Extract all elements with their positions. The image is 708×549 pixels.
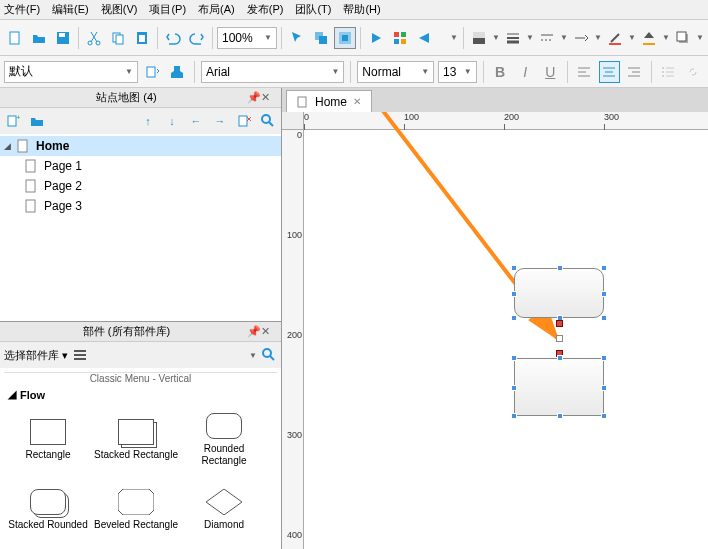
menu-edit[interactable]: 编辑(E) [52, 2, 89, 17]
tree-page-1[interactable]: Page 1 [0, 156, 281, 176]
widget-diamond[interactable]: Diamond [180, 475, 268, 545]
bullet-list-button[interactable] [658, 61, 679, 83]
svg-rect-18 [473, 32, 485, 38]
indent-button[interactable]: → [211, 112, 229, 130]
save-button[interactable] [52, 27, 74, 49]
widget-stacked-rectangle[interactable]: Stacked Rectangle [92, 405, 180, 475]
copy-button[interactable] [107, 27, 129, 49]
library-selector[interactable]: 选择部件库 ▾ [4, 348, 68, 363]
tree-page-2[interactable]: Page 2 [0, 176, 281, 196]
menu-file[interactable]: 文件(F) [4, 2, 40, 17]
preview-button[interactable] [365, 27, 387, 49]
menu-project[interactable]: 项目(P) [149, 2, 186, 17]
line-color-dropdown[interactable]: ▼ [628, 33, 636, 42]
paragraph-combo[interactable]: Normal▼ [357, 61, 434, 83]
select-mode-button[interactable] [286, 27, 308, 49]
align-center-button[interactable] [599, 61, 620, 83]
connector-start[interactable] [556, 320, 563, 327]
svg-rect-2 [59, 33, 65, 37]
add-folder-button[interactable] [28, 112, 46, 130]
close-icon[interactable]: ✕ [261, 91, 275, 104]
pin-icon[interactable]: 📌 [247, 91, 261, 104]
widget-stacked-rounded[interactable]: Stacked Rounded [4, 475, 92, 545]
sitemap-tree: ◢ Home Page 1 Page 2 Page 3 [0, 134, 281, 321]
shape-rect[interactable] [514, 358, 604, 416]
tab-home[interactable]: Home ✕ [286, 90, 372, 112]
cut-button[interactable] [83, 27, 105, 49]
link-button[interactable] [683, 61, 704, 83]
arrow-style-button[interactable] [570, 27, 592, 49]
select-contain-button[interactable] [334, 27, 356, 49]
menu-layout[interactable]: 布局(A) [198, 2, 235, 17]
line-style-button[interactable] [536, 27, 558, 49]
svg-line-60 [270, 356, 274, 360]
style-apply-button[interactable] [142, 61, 163, 83]
italic-button[interactable]: I [515, 61, 536, 83]
svg-rect-15 [394, 39, 399, 44]
line-width-button[interactable] [502, 27, 524, 49]
tree-home[interactable]: ◢ Home [0, 136, 281, 156]
new-file-button[interactable] [4, 27, 26, 49]
bold-button[interactable]: B [490, 61, 511, 83]
share-button[interactable] [413, 27, 435, 49]
font-size-combo[interactable]: 13▼ [438, 61, 477, 83]
menu-view[interactable]: 视图(V) [101, 2, 138, 17]
category-flow[interactable]: ◢Flow [4, 384, 277, 405]
svg-point-4 [96, 41, 100, 45]
svg-rect-6 [116, 35, 123, 44]
fill-color-dropdown[interactable]: ▼ [662, 33, 670, 42]
svg-point-43 [662, 75, 664, 77]
outdent-button[interactable]: ← [187, 112, 205, 130]
paste-button[interactable] [131, 27, 153, 49]
move-down-button[interactable]: ↓ [163, 112, 181, 130]
menu-help[interactable]: 帮助(H) [343, 2, 380, 17]
close-icon[interactable]: ✕ [261, 325, 275, 338]
publish-button[interactable] [389, 27, 411, 49]
truncated-item[interactable]: Classic Menu - Vertical [4, 372, 277, 384]
align-left-button[interactable] [574, 61, 595, 83]
widget-rounded-rectangle[interactable]: Rounded Rectangle [180, 405, 268, 475]
menu-icon[interactable] [72, 347, 88, 363]
redo-button[interactable] [186, 27, 208, 49]
more-button[interactable]: ▼ [437, 27, 459, 49]
menu-publish[interactable]: 发布(P) [247, 2, 284, 17]
format-painter-button[interactable] [167, 61, 188, 83]
move-up-button[interactable]: ↑ [139, 112, 157, 130]
shadow-dropdown[interactable]: ▼ [696, 33, 704, 42]
line-style-dropdown[interactable]: ▼ [560, 33, 568, 42]
widget-rectangle[interactable]: Rectangle [4, 405, 92, 475]
arrow-style-dropdown[interactable]: ▼ [594, 33, 602, 42]
delete-page-button[interactable] [235, 112, 253, 130]
ruler-horizontal[interactable]: 0 100 200 300 [304, 112, 708, 130]
connector-mid[interactable] [556, 335, 563, 342]
canvas-area: Home ✕ 0 100 200 300 0 100 200 300 400 [282, 88, 708, 549]
add-page-button[interactable]: + [4, 112, 22, 130]
tab-close-button[interactable]: ✕ [353, 96, 361, 107]
style-combo[interactable]: 默认▼ [4, 61, 138, 83]
svg-rect-10 [319, 36, 327, 44]
line-color-button[interactable] [604, 27, 626, 49]
shape-rounded-rect[interactable] [514, 268, 604, 318]
fill-color-button[interactable] [638, 27, 660, 49]
svg-rect-17 [473, 38, 485, 44]
menu-team[interactable]: 团队(T) [295, 2, 331, 17]
svg-point-39 [662, 67, 664, 69]
widget-beveled-rectangle[interactable]: Beveled Rectangle [92, 475, 180, 545]
search-sitemap-button[interactable] [259, 112, 277, 130]
ruler-vertical[interactable]: 0 100 200 300 400 [282, 130, 304, 549]
font-combo[interactable]: Arial▼ [201, 61, 344, 83]
search-widgets-button[interactable] [261, 347, 277, 363]
underline-button[interactable]: U [540, 61, 561, 83]
line-width-dropdown[interactable]: ▼ [526, 33, 534, 42]
canvas[interactable] [304, 130, 708, 549]
open-file-button[interactable] [28, 27, 50, 49]
select-intersect-button[interactable] [310, 27, 332, 49]
shadow-button[interactable] [672, 27, 694, 49]
pin-icon[interactable]: 📌 [247, 325, 261, 338]
fill-dropdown[interactable]: ▼ [492, 33, 500, 42]
fill-button[interactable] [468, 27, 490, 49]
undo-button[interactable] [162, 27, 184, 49]
zoom-combo[interactable]: 100%▼ [217, 27, 277, 49]
align-right-button[interactable] [624, 61, 645, 83]
tree-page-3[interactable]: Page 3 [0, 196, 281, 216]
